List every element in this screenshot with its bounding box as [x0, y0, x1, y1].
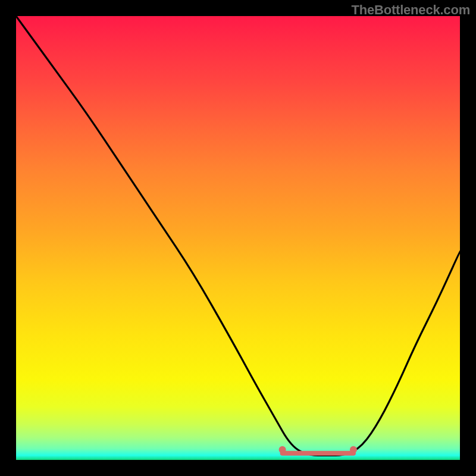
chart-container: TheBottleneck.com	[0, 0, 476, 476]
attribution-text: TheBottleneck.com	[351, 2, 470, 18]
bottleneck-curve	[16, 16, 460, 460]
plot-area	[16, 16, 460, 460]
curve-path	[16, 16, 460, 456]
optimal-marker-left	[279, 446, 286, 453]
optimal-marker-right	[350, 446, 357, 453]
